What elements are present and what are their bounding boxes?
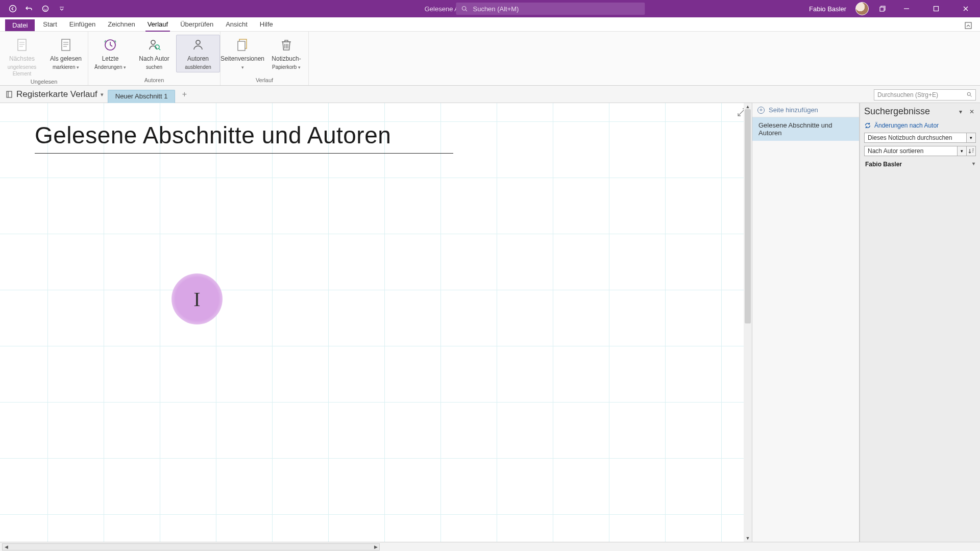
search-icon (461, 5, 468, 12)
collapse-ribbon-button[interactable] (963, 20, 974, 31)
next-unread-button: Nächstesungelesenes Element (0, 35, 44, 79)
page-title[interactable]: Gelesene Abschnitte und Autoren (35, 121, 453, 149)
scroll-left-button[interactable]: ◀ (3, 544, 10, 550)
notebook-dropdown[interactable]: Registerkarte Verlauf ▾ (5, 89, 104, 103)
author-group[interactable]: Fabio Basler (860, 158, 980, 171)
sort-direction-button[interactable] (967, 146, 976, 156)
add-section-button[interactable]: + (179, 89, 189, 99)
scroll-thumb[interactable] (745, 109, 751, 323)
svg-rect-8 (18, 39, 26, 51)
hide-authors-button[interactable]: Autorenausblenden (176, 35, 220, 72)
ribbon-group-label: Verlauf (220, 77, 308, 85)
page-icon (13, 36, 31, 54)
changes-by-author-link[interactable]: Änderungen nach Autor (860, 120, 980, 131)
horizontal-scrollbar[interactable]: ◀ ▶ (2, 543, 380, 550)
touch-mode-icon[interactable] (41, 4, 50, 13)
mark-read-button[interactable]: Als gelesenmarkieren (44, 35, 88, 72)
recycle-bin-button[interactable]: Notizbuch-Papierkorb (264, 35, 308, 72)
menu-überprüfen[interactable]: Überprüfen (174, 18, 219, 31)
svg-point-11 (151, 40, 155, 44)
ribbon-label: Nach Autor (139, 55, 169, 63)
find-by-author-button[interactable]: Nach Autorsuchen (132, 35, 176, 72)
scroll-down-button[interactable]: ▼ (744, 535, 752, 542)
undo-icon[interactable] (24, 4, 34, 13)
trash-icon (278, 36, 295, 54)
search-panel-header: Suchergebnisse ▾ ✕ (860, 103, 980, 120)
add-page-button[interactable]: + Seite hinzufügen (752, 103, 859, 117)
global-search[interactable] (456, 3, 645, 15)
avatar[interactable] (855, 2, 869, 15)
svg-point-3 (46, 8, 47, 9)
qat-dropdown-icon[interactable] (57, 4, 66, 13)
ribbon-label: Als gelesen (50, 55, 82, 63)
page-canvas[interactable]: Gelesene Abschnitte und Autoren I (0, 103, 752, 542)
back-icon[interactable] (8, 4, 17, 13)
window-restore-icon[interactable] (878, 4, 887, 13)
search-icon (966, 91, 972, 99)
ribbon-label: Papierkorb (272, 64, 301, 71)
main-area: Gelesene Abschnitte und Autoren I ▲ ▼ + … (0, 103, 980, 542)
close-button[interactable] (955, 0, 976, 17)
recent-changes-button[interactable]: LetzteÄnderungen (88, 35, 132, 72)
add-page-label: Seite hinzufügen (769, 106, 818, 114)
svg-point-2 (44, 8, 45, 9)
ribbon-label: ausblenden (185, 64, 211, 71)
panel-close-button[interactable]: ✕ (968, 108, 976, 116)
ribbon-label: suchen (146, 64, 162, 71)
svg-point-4 (462, 7, 465, 10)
rule-lines (0, 103, 752, 542)
author-name: Fabio Basler (865, 161, 902, 168)
panel-options-button[interactable]: ▾ (957, 108, 965, 116)
page-search[interactable]: Durchsuchen (Strg+E) (874, 89, 976, 101)
menu-start[interactable]: Start (37, 18, 63, 31)
ribbon-label: ungelesenes Element (3, 64, 41, 77)
page-versions-button[interactable]: Seitenversionen (220, 35, 264, 72)
global-search-input[interactable] (473, 5, 640, 13)
ribbon-group-verlauf: SeitenversionenNotizbuch-PapierkorbVerla… (220, 32, 309, 85)
page-check-icon (57, 36, 75, 54)
changes-by-author-label: Änderungen nach Autor (874, 122, 939, 129)
search-scope-select[interactable]: Dieses Notizbuch durchsuchen ▾ (864, 133, 976, 143)
svg-point-17 (967, 92, 970, 95)
ribbon-label (241, 64, 244, 71)
menu-ansicht[interactable]: Ansicht (219, 18, 254, 31)
chevron-down-icon[interactable]: ▾ (958, 146, 967, 156)
maximize-button[interactable] (926, 0, 946, 17)
page-title-block[interactable]: Gelesene Abschnitte und Autoren (35, 121, 453, 154)
scroll-right-button[interactable]: ▶ (372, 544, 379, 550)
title-bar: Gelesene Abschnitte und Autoren - OneNot… (0, 0, 980, 17)
ribbon-label: Letzte (102, 55, 119, 63)
sort-value: Nach Autor sortieren (864, 146, 958, 156)
chevron-down-icon: ▾ (101, 91, 104, 98)
search-scope-value: Dieses Notizbuch durchsuchen (864, 133, 967, 143)
svg-rect-16 (7, 91, 12, 97)
menu-zeichnen[interactable]: Zeichnen (102, 18, 141, 31)
ribbon-label: Autoren (187, 55, 209, 63)
ribbon-group-ungelesen: Nächstesungelesenes ElementAls gelesenma… (0, 32, 88, 85)
ribbon-label: Seitenversionen (220, 55, 264, 63)
svg-point-13 (196, 40, 200, 44)
minimize-button[interactable] (896, 0, 917, 17)
vertical-scrollbar[interactable]: ▲ ▼ (744, 103, 752, 542)
ribbon-label: Änderungen (94, 64, 126, 71)
menu-einfügen[interactable]: Einfügen (63, 18, 102, 31)
ribbon-group-label: Autoren (88, 77, 220, 85)
titlebar-right: Fabio Basler (809, 0, 980, 17)
svg-rect-9 (62, 39, 70, 51)
ribbon-group-autoren: LetzteÄnderungenNach AutorsuchenAutorena… (88, 32, 220, 85)
search-results-panel: Suchergebnisse ▾ ✕ Änderungen nach Autor… (860, 103, 980, 542)
user-name[interactable]: Fabio Basler (809, 5, 846, 13)
chevron-down-icon[interactable]: ▾ (967, 133, 976, 143)
svg-point-0 (10, 6, 16, 12)
menu-verlauf[interactable]: Verlauf (141, 18, 174, 31)
ribbon-label: Notizbuch- (272, 55, 301, 63)
svg-point-1 (43, 6, 48, 12)
section-tab[interactable]: Neuer Abschnitt 1 (108, 90, 176, 103)
sort-select[interactable]: Nach Autor sortieren ▾ (864, 146, 976, 156)
page-search-placeholder: Durchsuchen (Strg+E) (877, 91, 938, 98)
menu-hilfe[interactable]: Hilfe (254, 18, 279, 31)
titlebar-left (0, 4, 66, 13)
menu-file[interactable]: Datei (5, 19, 35, 31)
svg-rect-5 (880, 7, 884, 11)
page-list-item[interactable]: Gelesene Abschnitte und Autoren (752, 117, 859, 141)
